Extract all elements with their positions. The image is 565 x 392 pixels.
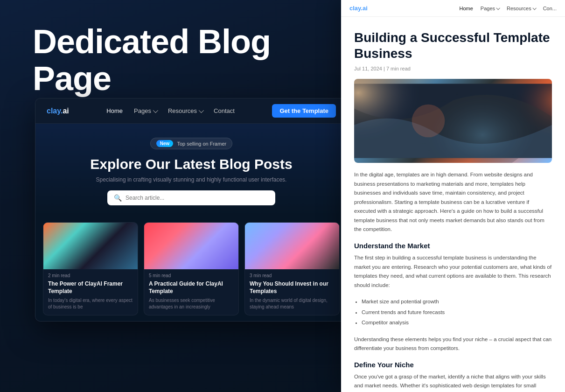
svg-point-2	[72, 223, 138, 269]
blog-card-2[interactable]: 5 min read A Practical Guide for ClayAI …	[144, 222, 239, 315]
chevron-down-icon	[153, 107, 158, 112]
browser-mockup: clay.ai Home Pages Resources Contact Get…	[35, 98, 348, 322]
card-read-time-1: 2 min read	[48, 273, 133, 278]
mock-blog-title: Explore Our Latest Blog Posts	[45, 156, 338, 173]
mock-blog-subtitle: Specialising in crafting visually stunni…	[45, 176, 338, 183]
mock-logo: clay.ai	[47, 107, 69, 115]
mock-nav-links: Home Pages Resources Contact	[106, 107, 235, 114]
card-read-time-3: 3 min read	[250, 273, 335, 278]
right-nav-resources[interactable]: Resources	[507, 6, 536, 11]
mock-nav-home[interactable]: Home	[106, 107, 123, 114]
card-title-2: A Practical Guide for ClayAI Template	[149, 280, 234, 295]
badge-text: Top selling on Framer	[177, 141, 226, 147]
left-panel: Dedicated Blog Page clay.ai Home Pages	[0, 0, 348, 392]
svg-rect-5	[245, 223, 339, 269]
mock-nav-contact[interactable]: Contact	[214, 107, 235, 114]
card-excerpt-2: As businesses seek competitive advantage…	[149, 297, 234, 310]
chevron-down-icon	[532, 6, 536, 10]
chevron-down-icon	[199, 107, 204, 112]
article-intro: In the digital age, templates are in hig…	[354, 170, 552, 234]
search-input[interactable]	[126, 195, 269, 201]
section-title-2: Define Your Niche	[354, 361, 552, 369]
mock-nav-pages[interactable]: Pages	[134, 107, 157, 114]
card-title-1: The Power of ClayAI Framer Template	[48, 280, 133, 295]
card-content-3: 3 min read Why You Should Invest in our …	[245, 269, 339, 315]
right-panel: clay.ai Home Pages Resources Con... Buil…	[341, 0, 565, 392]
new-badge: New Top selling on Framer	[150, 138, 232, 149]
right-nav-contact[interactable]: Con...	[543, 6, 557, 11]
card-image-2	[144, 223, 238, 269]
article-content: Building a Successful Template Business …	[341, 17, 565, 390]
hero-title: Dedicated Blog Page	[33, 23, 320, 97]
card-excerpt-3: In the dynamic world of digital design, …	[250, 297, 335, 310]
card-image-1	[43, 223, 138, 269]
svg-point-6	[255, 225, 311, 258]
article-hero-image	[354, 79, 552, 163]
mock-blog-hero: New Top selling on Framer Explore Our La…	[35, 124, 347, 215]
right-navbar: clay.ai Home Pages Resources Con...	[341, 0, 565, 17]
section-body-2: Once you've got a grasp of the market, i…	[354, 372, 552, 390]
svg-point-4	[159, 227, 224, 265]
blog-card-3[interactable]: 3 min read Why You Should Invest in our …	[244, 222, 340, 315]
right-nav-pages[interactable]: Pages	[481, 6, 499, 11]
section-title-1: Understand the Market	[354, 242, 552, 250]
right-nav-links: Home Pages Resources Con...	[460, 6, 557, 11]
section-after-1: Understanding these elements helps you f…	[354, 335, 552, 353]
search-icon: 🔍	[114, 194, 122, 202]
right-nav-home[interactable]: Home	[460, 6, 473, 11]
section-bullets-1: Market size and potential growth Current…	[354, 297, 552, 328]
mock-search-bar[interactable]: 🔍	[107, 190, 275, 205]
bullet-item: Competitor analysis	[362, 318, 552, 328]
blog-cards-row: 2 min read The Power of ClayAI Framer Te…	[35, 215, 347, 321]
badge-new-label: New	[156, 140, 174, 147]
get-template-button[interactable]: Get the Template	[272, 104, 336, 118]
card-title-3: Why You Should Invest in our Templates	[250, 280, 335, 295]
mock-navbar: clay.ai Home Pages Resources Contact Get…	[35, 98, 347, 124]
article-meta: Jul 11, 2024 | 7 min read	[354, 66, 552, 71]
svg-rect-3	[145, 223, 238, 269]
chevron-down-icon	[496, 6, 500, 10]
bullet-item: Market size and potential growth	[362, 297, 552, 307]
section-body-1: The first step in building a successful …	[354, 253, 552, 290]
card-content-2: 5 min read A Practical Guide for ClayAI …	[144, 269, 238, 315]
bullet-item: Current trends and future forecasts	[362, 308, 552, 317]
card-image-3	[245, 223, 339, 269]
article-title: Building a Successful Template Business	[354, 30, 552, 61]
svg-point-1	[43, 223, 109, 269]
card-excerpt-1: In today's digital era, where every aspe…	[48, 297, 133, 310]
svg-rect-0	[44, 223, 137, 269]
svg-point-11	[412, 105, 445, 138]
card-read-time-2: 5 min read	[149, 273, 234, 278]
card-content-1: 2 min read The Power of ClayAI Framer Te…	[43, 269, 138, 315]
blog-card-1[interactable]: 2 min read The Power of ClayAI Framer Te…	[43, 222, 138, 315]
mock-nav-resources[interactable]: Resources	[168, 107, 202, 114]
right-nav-logo: clay.ai	[349, 5, 368, 12]
